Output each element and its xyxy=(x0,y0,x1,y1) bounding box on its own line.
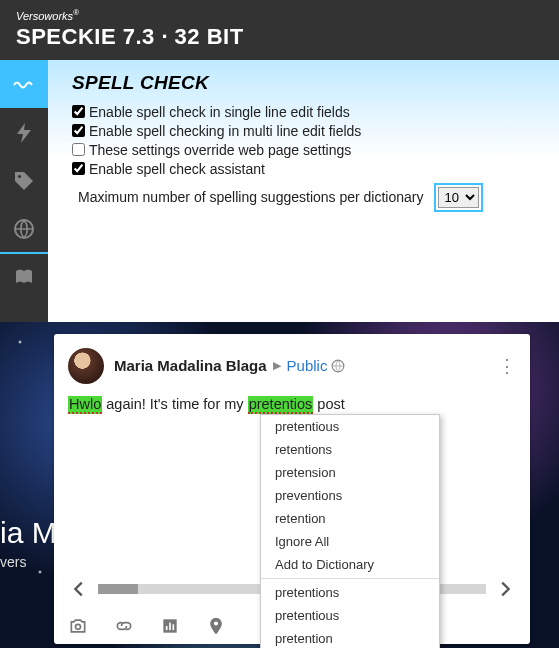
tag-icon xyxy=(12,169,36,193)
chevron-right-icon[interactable] xyxy=(494,578,516,600)
opt-multi-line[interactable]: Enable spell checking in multi line edit… xyxy=(72,123,543,139)
opt-label: Enable spell check assistant xyxy=(89,161,265,177)
svg-rect-6 xyxy=(169,622,171,630)
sidebar-item-power[interactable] xyxy=(0,108,48,156)
chk-multi-line[interactable] xyxy=(72,124,85,137)
sidebar xyxy=(0,60,48,322)
location-icon[interactable] xyxy=(206,616,226,636)
menu-separator xyxy=(261,578,439,579)
wave-icon xyxy=(12,73,36,97)
post-header: Maria Madalina Blaga ▶ Public ⋮ xyxy=(54,334,530,394)
settings-area: SPELL CHECK Enable spell check in single… xyxy=(0,60,559,322)
app-header: Versoworks® SPECKIE 7.3 · 32 BIT xyxy=(0,0,559,60)
profile-name-partial: ia M xyxy=(0,516,57,550)
panel: SPELL CHECK Enable spell check in single… xyxy=(48,60,559,322)
profile-sub-partial: vers xyxy=(0,554,57,570)
svg-rect-5 xyxy=(166,626,168,630)
max-suggestions-select[interactable]: 10 xyxy=(438,187,479,208)
sidebar-item-tag[interactable] xyxy=(0,156,48,204)
page-background: ia M vers Maria Madalina Blaga ▶ Public … xyxy=(0,322,559,648)
poll-icon[interactable] xyxy=(160,616,180,636)
opt-single-line[interactable]: Enable spell check in single line edit f… xyxy=(72,104,543,120)
post-body[interactable]: Hwlo again! It's time for my pretentios … xyxy=(54,394,530,415)
suggestion-item[interactable]: pretentions xyxy=(261,581,439,604)
suggestion-item[interactable]: retentions xyxy=(261,438,439,461)
suggestion-item[interactable]: pretentious xyxy=(261,604,439,627)
opt-label: These settings override web page setting… xyxy=(89,142,351,158)
svg-point-8 xyxy=(214,621,218,625)
panel-title: SPELL CHECK xyxy=(72,72,543,94)
brand-label: Versoworks® xyxy=(16,8,543,22)
opt-label: Enable spell check in single line edit f… xyxy=(89,104,350,120)
spell-context-menu: pretentious retentions pretension preven… xyxy=(260,414,440,648)
max-label: Maximum number of spelling suggestions p… xyxy=(78,189,424,205)
avatar[interactable] xyxy=(68,348,104,384)
suggestion-item[interactable]: pretention xyxy=(261,627,439,648)
opt-assistant[interactable]: Enable spell check assistant xyxy=(72,161,543,177)
chk-assistant[interactable] xyxy=(72,162,85,175)
add-to-dictionary[interactable]: Add to Dictionary xyxy=(261,553,439,576)
profile-partial: ia M vers xyxy=(0,516,57,570)
chevron-left-icon[interactable] xyxy=(68,578,90,600)
svg-rect-7 xyxy=(173,624,175,630)
globe-icon xyxy=(12,217,36,241)
globe-small-icon xyxy=(331,359,345,373)
sidebar-item-spell[interactable] xyxy=(0,60,48,108)
max-suggestions-row: Maximum number of spelling suggestions p… xyxy=(72,183,543,212)
post-text-tail: post xyxy=(313,396,344,412)
attachment-row xyxy=(68,616,226,636)
lightning-icon xyxy=(12,121,36,145)
visibility-link[interactable]: Public xyxy=(287,357,328,374)
suggestion-item[interactable]: pretension xyxy=(261,461,439,484)
author-name[interactable]: Maria Madalina Blaga xyxy=(114,357,267,374)
suggestion-item[interactable]: pretentious xyxy=(261,415,439,438)
svg-point-0 xyxy=(18,175,21,178)
svg-point-3 xyxy=(76,624,81,629)
link-icon[interactable] xyxy=(114,616,134,636)
chk-single-line[interactable] xyxy=(72,105,85,118)
more-icon[interactable]: ⋮ xyxy=(498,355,516,377)
suggestion-item[interactable]: retention xyxy=(261,507,439,530)
app-title: SPECKIE 7.3 · 32 BIT xyxy=(16,24,543,50)
camera-icon[interactable] xyxy=(68,616,88,636)
opt-override[interactable]: These settings override web page setting… xyxy=(72,142,543,158)
arrow-icon: ▶ xyxy=(273,359,281,372)
ignore-all[interactable]: Ignore All xyxy=(261,530,439,553)
post-text: again! It's time for my xyxy=(102,396,247,412)
sidebar-item-book[interactable] xyxy=(0,252,48,300)
suggestion-item[interactable]: preventions xyxy=(261,484,439,507)
misspelled-word-2[interactable]: pretentios xyxy=(248,396,314,414)
sidebar-item-globe[interactable] xyxy=(0,204,48,252)
book-icon xyxy=(12,265,36,289)
misspelled-word-1[interactable]: Hwlo xyxy=(68,396,102,414)
opt-label: Enable spell checking in multi line edit… xyxy=(89,123,361,139)
chk-override[interactable] xyxy=(72,143,85,156)
